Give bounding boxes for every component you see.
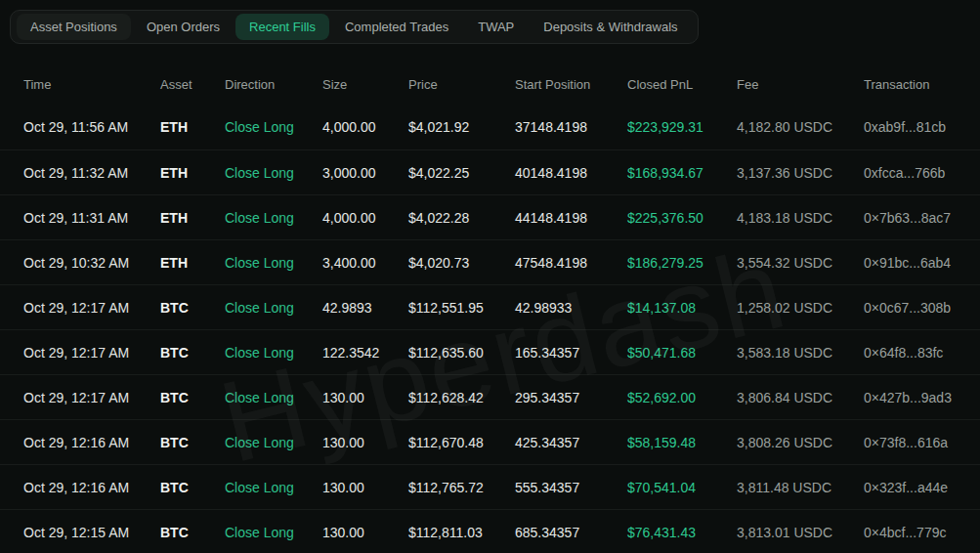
cell-start-position: 295.34357 [515,390,627,405]
cell-time: Oct 29, 11:56 AM [23,119,160,135]
cell-asset: ETH [160,210,225,226]
cell-size: 122.3542 [322,345,408,361]
cell-fee: 3,808.26 USDC [737,435,864,450]
cell-closed-pnl: $76,431.43 [627,525,737,540]
cell-transaction[interactable]: 0×7b63...8ac7 [864,210,980,226]
cell-transaction[interactable]: 0×427b...9ad3 [864,390,980,405]
cell-size: 130.00 [322,525,408,540]
cell-size: 4,000.00 [322,119,408,135]
table-row[interactable]: Oct 29, 10:32 AM ETH Close Long 3,400.00… [0,239,980,284]
cell-time: Oct 29, 12:15 AM [23,525,160,540]
tab-deposits-withdrawals[interactable]: Deposits & Withdrawals [530,14,691,41]
cell-asset: ETH [160,119,225,135]
cell-direction: Close Long [225,435,322,450]
column-header-direction: Direction [225,77,322,92]
table-row[interactable]: Oct 29, 12:16 AM BTC Close Long 130.00 $… [0,464,980,509]
cell-start-position: 47548.4198 [515,255,627,271]
cell-size: 42.9893 [322,300,408,316]
cell-transaction[interactable]: 0×73f8...616a [864,435,980,450]
cell-price: $4,021.92 [408,119,515,135]
cell-size: 130.00 [322,480,408,495]
column-header-price: Price [408,77,515,92]
cell-time: Oct 29, 12:16 AM [23,435,160,450]
cell-closed-pnl: $70,541.04 [627,480,737,495]
cell-direction: Close Long [225,165,322,181]
cell-fee: 3,137.36 USDC [737,165,864,181]
cell-closed-pnl: $52,692.00 [627,390,737,405]
cell-time: Oct 29, 12:17 AM [23,390,160,405]
cell-start-position: 425.34357 [515,435,627,450]
cell-fee: 3,583.18 USDC [737,345,864,361]
cell-price: $112,551.95 [408,300,515,316]
cell-price: $112,765.72 [408,480,515,495]
cell-transaction[interactable]: 0×64f8...83fc [864,345,980,361]
cell-time: Oct 29, 12:17 AM [23,300,160,316]
tab-open-orders[interactable]: Open Orders [133,14,234,41]
column-header-transaction: Transaction [864,77,980,92]
cell-time: Oct 29, 11:32 AM [23,165,160,181]
cell-closed-pnl: $225,376.50 [627,210,737,226]
cell-asset: BTC [160,390,225,405]
cell-start-position: 165.34357 [515,345,627,361]
cell-size: 3,000.00 [322,165,408,181]
cell-asset: BTC [160,435,225,450]
tab-completed-trades[interactable]: Completed Trades [331,14,462,41]
cell-price: $4,020.73 [408,255,515,271]
column-header-asset: Asset [160,77,225,92]
tab-recent-fills[interactable]: Recent Fills [235,14,329,41]
cell-closed-pnl: $186,279.25 [627,255,737,271]
cell-direction: Close Long [225,345,322,361]
tab-twap[interactable]: TWAP [464,14,528,41]
cell-direction: Close Long [225,300,322,316]
cell-time: Oct 29, 12:16 AM [23,480,160,495]
column-header-size: Size [322,77,408,92]
table-row[interactable]: Oct 29, 12:16 AM BTC Close Long 130.00 $… [0,419,980,464]
cell-transaction[interactable]: 0×91bc...6ab4 [864,255,980,271]
cell-price: $4,022.28 [408,210,515,226]
cell-transaction[interactable]: 0xab9f...81cb [864,119,980,135]
cell-direction: Close Long [225,210,322,226]
cell-size: 130.00 [322,390,408,405]
table-row[interactable]: Oct 29, 12:17 AM BTC Close Long 42.9893 … [0,284,980,329]
cell-price: $4,022.25 [408,165,515,181]
cell-asset: BTC [160,300,225,316]
cell-fee: 4,182.80 USDC [737,119,864,135]
cell-price: $112,628.42 [408,390,515,405]
column-header-closed-pnl: Closed PnL [627,77,737,92]
cell-price: $112,811.03 [408,525,515,540]
cell-time: Oct 29, 12:17 AM [23,345,160,361]
cell-start-position: 555.34357 [515,480,627,495]
cell-asset: ETH [160,165,225,181]
table-row[interactable]: Oct 29, 11:56 AM ETH Close Long 4,000.00… [0,105,980,149]
cell-direction: Close Long [225,390,322,405]
cell-direction: Close Long [225,119,322,135]
table-row[interactable]: Oct 29, 12:15 AM BTC Close Long 130.00 $… [0,509,980,553]
cell-start-position: 44148.4198 [515,210,627,226]
cell-fee: 3,811.48 USDC [737,480,864,495]
cell-closed-pnl: $223,929.31 [627,119,737,135]
cell-direction: Close Long [225,255,322,271]
cell-fee: 1,258.02 USDC [737,300,864,316]
cell-asset: ETH [160,255,225,271]
tab-asset-positions[interactable]: Asset Positions [17,14,131,41]
cell-transaction[interactable]: 0×0c67...308b [864,300,980,316]
cell-direction: Close Long [225,525,322,540]
cell-fee: 3,806.84 USDC [737,390,864,405]
cell-transaction[interactable]: 0xfcca...766b [864,165,980,181]
cell-fee: 3,813.01 USDC [737,525,864,540]
cell-time: Oct 29, 11:31 AM [23,210,160,226]
cell-transaction[interactable]: 0×323f...a44e [864,480,980,495]
cell-start-position: 40148.4198 [515,165,627,181]
tab-bar: Asset Positions Open Orders Recent Fills… [10,10,699,44]
cell-time: Oct 29, 10:32 AM [23,255,160,271]
table-row[interactable]: Oct 29, 11:31 AM ETH Close Long 4,000.00… [0,194,980,239]
cell-start-position: 685.34357 [515,525,627,540]
cell-start-position: 42.98933 [515,300,627,316]
table-row[interactable]: Oct 29, 12:17 AM BTC Close Long 122.3542… [0,329,980,374]
column-header-time: Time [23,77,160,92]
recent-fills-table: Time Asset Direction Size Price Start Po… [0,64,980,553]
cell-asset: BTC [160,480,225,495]
table-row[interactable]: Oct 29, 12:17 AM BTC Close Long 130.00 $… [0,374,980,419]
table-row[interactable]: Oct 29, 11:32 AM ETH Close Long 3,000.00… [0,149,980,194]
cell-transaction[interactable]: 0×4bcf...779c [864,525,980,540]
